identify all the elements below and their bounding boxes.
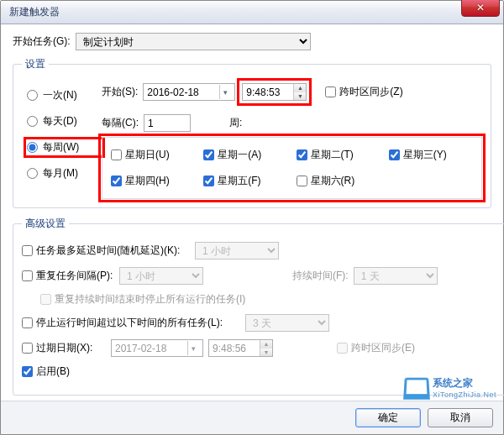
repeat-select: 1 小时	[119, 267, 203, 285]
radio-daily[interactable]: 每天(D)	[27, 114, 102, 128]
watermark-url: XiTongZhiJia.Net	[433, 390, 496, 399]
start-time-spinner[interactable]: ▲▼	[242, 83, 307, 101]
expire-time-input	[209, 341, 260, 356]
house-icon	[404, 377, 429, 399]
day-sat[interactable]: 星期六(R)	[297, 174, 381, 188]
titlebar[interactable]: 新建触发器 ✕	[1, 1, 503, 24]
duration-label: 持续时间(F):	[292, 269, 349, 283]
delay-select: 1 小时	[195, 242, 279, 259]
watermark: 系统之家 XiTongZhiJia.Net	[404, 376, 496, 399]
day-fri[interactable]: 星期五(F)	[203, 174, 287, 188]
stop-after-checkbox[interactable]: 停止运行时间超过以下时间的所有任务(L):	[22, 316, 240, 330]
recur-every-row: 每隔(C): 周:	[102, 114, 482, 132]
footer: 确定 取消	[1, 401, 503, 434]
advanced-legend: 高级设置	[22, 217, 69, 231]
enabled-checkbox[interactable]: 启用(B)	[22, 364, 190, 379]
stop-running-row: 重复持续时间结束时停止所有运行的任务(I)	[40, 292, 504, 307]
dialog-body: 开始任务(G): 制定计划时 设置 一次(N) 每天(D) 每周(W) 每月(M…	[1, 24, 503, 434]
ok-button[interactable]: 确定	[355, 408, 421, 427]
every-unit: 周:	[229, 116, 242, 130]
radio-daily-input[interactable]	[27, 116, 38, 127]
cancel-button[interactable]: 取消	[428, 408, 493, 427]
watermark-text: 系统之家	[433, 377, 473, 389]
chevron-down-icon: ▼	[260, 349, 272, 357]
chevron-down-icon[interactable]: ▾	[219, 85, 231, 99]
start-date-picker[interactable]: 2016-02-18 ▾	[143, 83, 235, 101]
delay-checkbox[interactable]: 任务最多延迟时间(随机延迟)(K):	[22, 244, 190, 258]
day-tue[interactable]: 星期二(T)	[297, 148, 381, 162]
begin-task-row: 开始任务(G): 制定计划时	[13, 33, 491, 50]
radio-once[interactable]: 一次(N)	[27, 88, 102, 102]
close-icon[interactable]: ✕	[461, 0, 500, 17]
stop-after-select: 3 天	[245, 314, 329, 332]
radio-monthly[interactable]: 每月(M)	[27, 166, 102, 181]
advanced-fieldset: 高级设置 任务最多延迟时间(随机延迟)(K): 1 小时 重复任务间隔(P): …	[13, 217, 504, 396]
sync-tz2-checkbox: 跨时区同步(E)	[337, 341, 504, 355]
every-input[interactable]	[144, 114, 191, 132]
repeat-row: 重复任务间隔(P): 1 小时 持续时间(F): 1 天	[22, 267, 504, 285]
radio-weekly[interactable]: 每周(W)	[27, 140, 102, 155]
start-date-value: 2016-02-18	[147, 86, 198, 98]
stop-running-checkbox: 重复持续时间结束时停止所有运行的任务(I)	[40, 292, 245, 307]
every-label: 每隔(C):	[102, 116, 139, 130]
schedule-column: 一次(N) 每天(D) 每周(W) 每月(M)	[22, 78, 102, 199]
radio-monthly-input[interactable]	[27, 168, 38, 179]
chevron-down-icon: ▾	[187, 341, 199, 355]
chevron-up-icon: ▲	[260, 340, 272, 349]
day-wed[interactable]: 星期三(Y)	[389, 148, 473, 162]
title-text: 新建触发器	[9, 5, 60, 19]
start-time-input[interactable]	[243, 85, 293, 100]
settings-legend: 设置	[22, 57, 49, 71]
delay-row: 任务最多延迟时间(随机延迟)(K): 1 小时	[22, 242, 504, 259]
start-row: 开始(S): 2016-02-18 ▾ ▲▼ 跨时区同步(Z)	[102, 81, 482, 102]
chevron-down-icon[interactable]: ▼	[294, 92, 306, 101]
duration-select: 1 天	[354, 267, 438, 285]
expire-date-picker: 2017-02-18 ▾	[111, 339, 203, 357]
schedule-details: 开始(S): 2016-02-18 ▾ ▲▼ 跨时区同步(Z)	[102, 78, 482, 199]
begin-task-select[interactable]: 制定计划时	[76, 33, 311, 50]
chevron-up-icon[interactable]: ▲	[294, 84, 306, 92]
stop-after-row: 停止运行时间超过以下时间的所有任务(L): 3 天	[22, 314, 504, 332]
settings-fieldset: 设置 一次(N) 每天(D) 每周(W) 每月(M) 开始(S): 2016-0…	[13, 57, 491, 208]
day-mon[interactable]: 星期一(A)	[203, 148, 287, 162]
expire-date-value: 2017-02-18	[115, 343, 166, 354]
radio-weekly-input[interactable]	[27, 142, 38, 153]
radio-once-input[interactable]	[27, 90, 38, 101]
expire-time-spinner: ▲▼	[208, 339, 273, 357]
begin-task-label: 开始任务(G):	[13, 34, 71, 49]
expire-row: 过期日期(X): 2017-02-18 ▾ ▲▼ 跨时区同步(E)	[22, 339, 504, 357]
start-label: 开始(S):	[102, 85, 138, 99]
repeat-checkbox[interactable]: 重复任务间隔(P):	[22, 269, 114, 283]
expire-checkbox[interactable]: 过期日期(X):	[22, 341, 106, 355]
day-thu[interactable]: 星期四(H)	[111, 174, 195, 188]
day-sun[interactable]: 星期日(U)	[111, 148, 195, 162]
dialog-window: 新建触发器 ✕ 开始任务(G): 制定计划时 设置 一次(N) 每天(D) 每周…	[0, 0, 504, 435]
sync-tz-checkbox[interactable]: 跨时区同步(Z)	[325, 85, 402, 99]
weekday-box: 星期日(U) 星期一(A) 星期二(T) 星期三(Y) 星期四(H) 星期五(F…	[102, 137, 482, 199]
